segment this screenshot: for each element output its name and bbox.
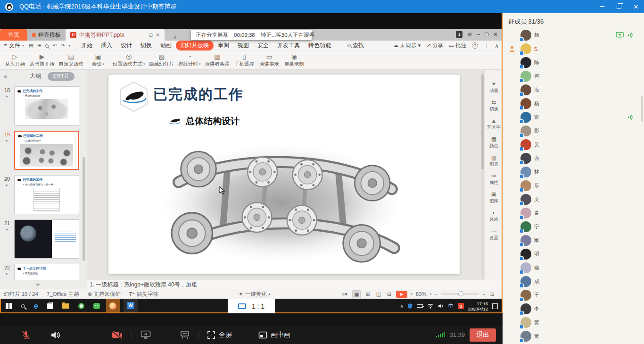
- zoom-out-button[interactable]: −: [435, 291, 438, 297]
- close-button[interactable]: ✕: [631, 2, 641, 11]
- member-row[interactable]: 陈: [503, 56, 644, 69]
- menu-design[interactable]: 设计: [116, 41, 136, 50]
- member-row[interactable]: 杨: [503, 28, 644, 42]
- member-row[interactable]: 成: [503, 275, 644, 288]
- restore-button[interactable]: [614, 2, 624, 11]
- fullscreen-button[interactable]: 全屏: [207, 331, 232, 339]
- tab-template-store[interactable]: 稻壳模板: [27, 29, 66, 41]
- menu-security[interactable]: 安全: [253, 41, 273, 50]
- custom-show-button[interactable]: ▤ 自定义放映▾: [59, 53, 84, 67]
- preview-icon[interactable]: [45, 43, 49, 49]
- globe-icon[interactable]: ⊕: [467, 31, 472, 38]
- lecture-record-button[interactable]: ▭ 演讲实录▾: [259, 53, 280, 67]
- menu-animation[interactable]: 动画: [156, 41, 176, 50]
- member-row[interactable]: 乐: [503, 179, 644, 193]
- reading-view-button[interactable]: ◫: [375, 291, 382, 298]
- canvas-scrollbar[interactable]: [481, 71, 484, 278]
- member-scrollbar[interactable]: [641, 96, 643, 122]
- zoom-in-button[interactable]: +: [482, 291, 486, 297]
- comment-button[interactable]: ▭ 批注: [449, 42, 466, 49]
- ime-indicator[interactable]: 中: [448, 302, 454, 310]
- tool-style[interactable]: ◐ 风格: [489, 210, 498, 223]
- edge-icon[interactable]: e: [34, 302, 38, 311]
- browser-icon[interactable]: [78, 303, 84, 309]
- grid-view-button[interactable]: ⊟: [386, 291, 393, 298]
- print-icon[interactable]: ⊞: [37, 42, 41, 49]
- member-row[interactable]: 王: [503, 288, 644, 302]
- tab-slides[interactable]: 幻灯片: [48, 72, 74, 81]
- zoom-slider[interactable]: [441, 294, 479, 294]
- member-row[interactable]: 吴: [503, 138, 644, 151]
- beautify-button[interactable]: ✦一键美化▴: [239, 291, 270, 298]
- new-tab-button[interactable]: +: [170, 33, 180, 41]
- wps-minimize-button[interactable]: –: [477, 31, 480, 38]
- action-center-icon[interactable]: [492, 303, 498, 309]
- zoom-level[interactable]: 83%: [416, 291, 427, 297]
- thumbnail-scrollbar[interactable]: [83, 157, 85, 261]
- slide-thumbnail[interactable]: 20 ▶ 已完成的工作 设计说明书撰写（第一章）: [0, 175, 87, 214]
- fit-slide-button[interactable]: ⊡: [489, 291, 496, 298]
- phone-remote-button[interactable]: ▯ 手机遥控▾: [234, 53, 255, 67]
- active-app-icon[interactable]: [106, 299, 120, 313]
- tool-properties[interactable]: ≔ 属性: [489, 173, 498, 186]
- hide-slide-button[interactable]: ▨ 隐藏幻灯片▾: [149, 53, 174, 67]
- tab-document[interactable]: P 中期答辩PPT.pptx ⊡ ✕: [66, 29, 165, 41]
- wps-maximize-button[interactable]: [485, 33, 488, 36]
- clock[interactable]: 17:162020/4/12: [468, 301, 488, 311]
- current-slide[interactable]: 已完成的工作 总体结构设计: [108, 75, 460, 274]
- slide-thumbnail[interactable]: 21 ▶ 下一步工作计划: [0, 219, 87, 259]
- screen-share-button[interactable]: [140, 330, 151, 339]
- collapse-ribbon-icon[interactable]: ∧: [495, 42, 499, 49]
- member-row[interactable]: 5.: [503, 42, 644, 56]
- slide-notes[interactable]: 1. 一级标题：系logo+微软雅黑 40号，加粗 2. 二级标题：系logo（…: [90, 281, 231, 289]
- member-row[interactable]: 文: [503, 193, 644, 206]
- member-row[interactable]: 影: [503, 124, 644, 138]
- sync-status[interactable]: ☁ 未同步 ▾: [393, 42, 421, 49]
- file-explorer-icon[interactable]: [62, 303, 69, 309]
- tab-home[interactable]: 首页: [0, 29, 27, 41]
- volume-icon[interactable]: [438, 303, 444, 309]
- protection-status[interactable]: ⊗文档未保护: [88, 291, 121, 298]
- share-button[interactable]: ↗ 分享: [426, 42, 443, 49]
- member-row[interactable]: 李: [503, 302, 644, 316]
- more-icon[interactable]: ▾: [69, 44, 71, 48]
- tool-chart[interactable]: ▥ 图表: [489, 155, 498, 168]
- speaker-notes-button[interactable]: ▥ 演讲者备注▾: [205, 53, 230, 67]
- minimize-button[interactable]: [597, 2, 607, 11]
- slide-thumbnail[interactable]: 18 ▶ 已完成的工作 悬架结构设计: [0, 86, 87, 126]
- file-menu[interactable]: ≡ 文件 ▾: [4, 42, 24, 50]
- collapse-panel-button[interactable]: «: [4, 73, 7, 80]
- play-slideshow-button[interactable]: ▶: [396, 291, 407, 298]
- speaker-button[interactable]: [50, 330, 61, 340]
- member-row[interactable]: 雷: [503, 110, 644, 124]
- tool-gallery[interactable]: ▣ 图库: [489, 192, 498, 204]
- tray-expand-icon[interactable]: ∧: [400, 303, 403, 309]
- tool-settings[interactable]: ⋯ 设置: [489, 228, 498, 241]
- member-row[interactable]: 海: [503, 83, 644, 97]
- wps-close-button[interactable]: ✕: [493, 31, 498, 38]
- member-row[interactable]: 明: [503, 247, 644, 261]
- menu-transition[interactable]: 切换: [136, 41, 156, 50]
- sogou-icon[interactable]: S: [458, 303, 464, 309]
- exit-call-button[interactable]: 退出: [470, 328, 496, 342]
- tool-wordart[interactable]: ▲ 艺术字: [487, 118, 501, 131]
- undo-icon[interactable]: ↶: [52, 42, 57, 49]
- add-slide-button[interactable]: +: [36, 280, 40, 288]
- member-row[interactable]: 亦: [503, 151, 644, 165]
- start-button[interactable]: [6, 303, 12, 310]
- theme-name[interactable]: 7_Office 主题: [47, 291, 79, 298]
- battery-icon[interactable]: [417, 304, 423, 308]
- more-menu-icon[interactable]: ⋮: [484, 42, 489, 49]
- tool-transition[interactable]: ⇆ 切换: [489, 100, 498, 112]
- sorter-view-button[interactable]: ⊞: [364, 291, 371, 298]
- setup-show-button[interactable]: ◎ 设置放映方式▾: [113, 53, 145, 67]
- member-row[interactable]: 林: [503, 165, 644, 179]
- menu-special[interactable]: 特色功能: [304, 41, 335, 50]
- tab-outline[interactable]: 大纲: [30, 72, 41, 80]
- menu-devtools[interactable]: 开发工具: [273, 41, 304, 50]
- redo-icon[interactable]: ↷: [60, 42, 65, 49]
- close-tab-icon[interactable]: ✕: [156, 32, 160, 38]
- zoom-slider-knob[interactable]: [458, 291, 463, 296]
- rehearse-timing-button[interactable]: ◔ 排练计时▾: [178, 53, 201, 67]
- pip-button[interactable]: 画中画: [258, 331, 290, 339]
